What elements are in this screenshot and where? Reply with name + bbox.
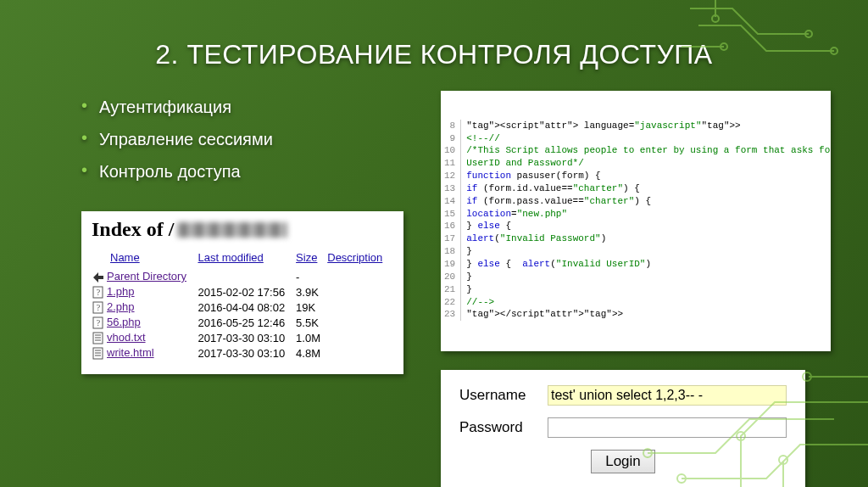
password-label: Password	[459, 419, 536, 436]
file-size: -	[296, 269, 327, 284]
file-size: 19K	[296, 299, 327, 315]
file-modified: 2015-02-02 17:56	[198, 284, 296, 299]
file-icon: ?	[92, 301, 105, 314]
file-icon: ?	[92, 286, 105, 299]
directory-table: Name Last modified Size Description Pare…	[92, 249, 393, 361]
file-desc	[327, 299, 393, 315]
table-row: ?1.php2015-02-02 17:563.9K	[92, 284, 393, 299]
file-size: 1.0M	[296, 330, 327, 345]
col-name[interactable]: Name	[92, 249, 198, 269]
file-desc	[327, 330, 393, 345]
file-icon	[92, 332, 105, 344]
col-size[interactable]: Size	[296, 249, 327, 269]
file-desc	[327, 269, 393, 284]
file-size: 5.5K	[296, 315, 327, 330]
file-modified	[198, 269, 296, 284]
index-heading: Index of /	[92, 218, 174, 241]
file-size: 3.9K	[296, 284, 327, 299]
file-desc	[327, 315, 393, 330]
svg-text:?: ?	[97, 288, 101, 297]
table-row: write.html2017-03-30 03:104.8M	[92, 345, 393, 361]
bullet-list: Аутентификация Управление сессиями Контр…	[81, 91, 420, 188]
file-size: 4.8M	[296, 345, 327, 361]
table-row: vhod.txt2017-03-30 03:101.0M	[92, 330, 393, 345]
col-desc[interactable]: Description	[327, 249, 393, 269]
file-link[interactable]: ?2.php	[92, 299, 198, 315]
file-modified: 2017-03-30 03:10	[198, 330, 296, 345]
file-icon: ?	[92, 316, 105, 329]
directory-listing-panel: Index of / Name Last modified Size Descr…	[81, 211, 403, 374]
file-link[interactable]: write.html	[92, 345, 198, 361]
file-modified: 2016-04-04 08:02	[198, 299, 296, 315]
file-modified: 2016-05-25 12:46	[198, 315, 296, 330]
code-snippet-panel: 8 9 10 11 12 13 14 15 16 17 18 19 20 21 …	[441, 91, 831, 351]
table-row: ?2.php2016-04-04 08:0219K	[92, 299, 393, 315]
table-row: Parent Directory-	[92, 269, 393, 284]
col-modified[interactable]: Last modified	[198, 249, 296, 269]
table-row: ?56.php2016-05-25 12:465.5K	[92, 315, 393, 330]
bullet-item: Аутентификация	[81, 91, 420, 123]
bullet-item: Управление сессиями	[81, 123, 420, 155]
decor-circuit-bottom	[614, 317, 868, 487]
file-link[interactable]: vhod.txt	[92, 330, 198, 345]
file-link[interactable]: Parent Directory	[92, 269, 198, 284]
file-icon	[92, 271, 105, 283]
file-modified: 2017-03-30 03:10	[198, 345, 296, 361]
file-link[interactable]: ?56.php	[92, 315, 198, 330]
username-label: Username	[459, 387, 536, 404]
file-link[interactable]: ?1.php	[92, 284, 198, 299]
bullet-item: Контроль доступа	[81, 155, 420, 188]
file-desc	[327, 284, 393, 299]
decor-circuit-top	[682, 0, 868, 102]
svg-text:?: ?	[97, 303, 101, 312]
redacted-path	[177, 222, 287, 238]
file-desc	[327, 345, 393, 361]
svg-text:?: ?	[97, 318, 101, 327]
file-icon	[92, 347, 105, 360]
